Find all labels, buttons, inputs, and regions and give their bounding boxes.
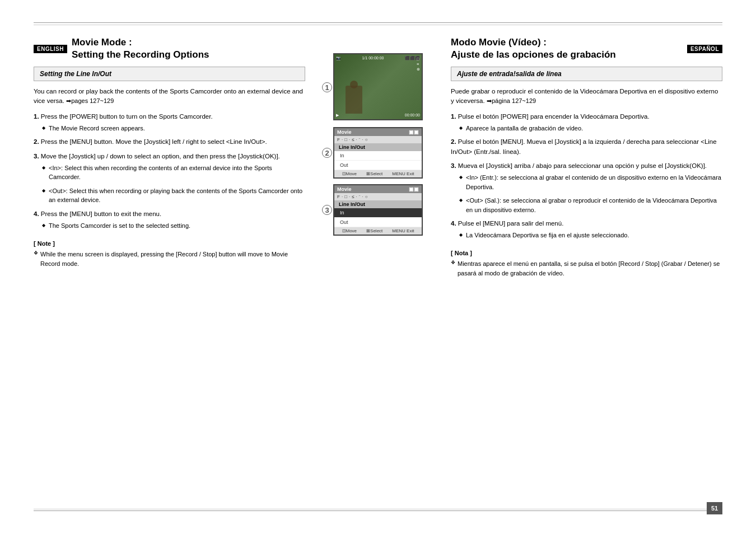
- step-3-en: 3. Move the [Joystick] up / down to sele…: [34, 152, 305, 205]
- english-note-text: While the menu screen is displayed, pres…: [34, 250, 305, 268]
- icon-1b: F: [337, 194, 340, 199]
- step-1-es: 1. Pulse el botón [POWER] para encender …: [451, 112, 722, 133]
- menu-footer-2: ⊡Move ⊠Select MENU Exit: [334, 170, 422, 177]
- menu-screen-2: Movie ▣▣ F · □ · ≤ · ¨ · ○ Line In/Ou: [333, 127, 423, 179]
- cam-timer: 00:00:00: [405, 113, 420, 118]
- footer-exit-3: MENU Exit: [392, 228, 414, 233]
- camera-screen: 📷 1/1 00:00:00 ⬛⬛⬛ □ ≡ ⊕: [333, 53, 423, 120]
- menu-icons-right-3: ▣▣: [409, 186, 419, 192]
- step-1-bullet-1-es: Aparece la pantalla de grabación de víde…: [459, 124, 722, 133]
- person-silhouette: [346, 86, 362, 114]
- screen-3-wrapper: 3 Movie ▣▣ F · □ · ≤ · ¨ ·: [333, 184, 423, 236]
- icon-1: F: [337, 137, 340, 142]
- icon-5b: ○: [365, 194, 368, 199]
- footer-select-2: ⊠Select: [366, 171, 382, 176]
- icon-sep-4b: ·: [362, 194, 363, 199]
- menu-item-in-3[interactable]: In: [334, 208, 422, 218]
- step-2-es: 2. Pulse el botón [MENU]. Mueva el [Joys…: [451, 137, 722, 157]
- step-3-es: 3. Mueva el [Joystick] arriba / abajo pa…: [451, 161, 722, 214]
- bottom-border-thin: [34, 509, 722, 509]
- menu-header-2: Movie ▣▣: [334, 128, 422, 136]
- icon-3: ≤: [352, 137, 354, 142]
- english-badge: ENGLISH: [34, 45, 67, 53]
- icon-3b: ≤: [352, 194, 354, 199]
- footer-exit-2: MENU Exit: [392, 171, 414, 176]
- menu-item-in-2[interactable]: In: [334, 151, 422, 161]
- page-number: 51: [707, 502, 722, 514]
- english-steps: 1. Press the [POWER] button to turn on t…: [34, 112, 305, 231]
- person-head: [350, 81, 358, 88]
- step-2-en: 2. Press the [MENU] button. Move the [Jo…: [34, 137, 305, 147]
- english-title: Movie Mode : Setting the Recording Optio…: [72, 36, 209, 61]
- cam-icon-2: ≡: [417, 62, 420, 66]
- icon-sep-4: ·: [362, 137, 363, 142]
- camera-view: 📷 1/1 00:00:00 ⬛⬛⬛ □ ≡ ⊕: [334, 54, 422, 119]
- bottom-border-thick: [34, 510, 722, 512]
- spanish-intro: Puede grabar o reproducir el contenido d…: [451, 87, 722, 106]
- center-screens: 1 📷 1/1 00:00:00 ⬛⬛⬛: [322, 36, 434, 498]
- english-column: ENGLISH Movie Mode : Setting the Recordi…: [34, 36, 311, 498]
- menu-section-title-3: Line In/Out: [334, 200, 422, 208]
- icon-2: □: [344, 137, 347, 142]
- screen-label-2: 2: [322, 148, 332, 158]
- top-border-thick: [34, 22, 722, 24]
- main-content: ENGLISH Movie Mode : Setting the Recordi…: [34, 36, 722, 498]
- step-4-en: 4. Press the [MENU] button to exit the m…: [34, 209, 305, 231]
- menu-icon-bar-2: F · □ · ≤ · ¨ · ○: [334, 136, 422, 143]
- footer-move-2: ⊡Move: [342, 171, 357, 176]
- spanish-title: Modo Movie (Vídeo) : Ajuste de las opcio…: [451, 36, 616, 61]
- spanish-note-text: Mientras aparece el menú en pantalla, si…: [451, 259, 722, 278]
- spanish-subsection: Ajuste de entrada!salida de línea: [451, 67, 722, 81]
- footer-select-3: ⊠Select: [366, 228, 382, 233]
- step-3-bullet-1-en: <In>: Select this when recording the con…: [42, 163, 305, 182]
- icon-4: ¨: [359, 137, 361, 142]
- bottom-borders: [34, 509, 722, 512]
- step-1-en: 1. Press the [POWER] button to turn on t…: [34, 112, 305, 133]
- icon-sep-3b: ·: [356, 194, 357, 199]
- cam-record-icon: 📷: [336, 56, 341, 60]
- menu-icon-bar-3: F · □ · ≤ · ¨ · ○: [334, 193, 422, 200]
- cam-icon-1: □: [417, 57, 420, 61]
- cam-timecode: 1/1 00:00:00: [362, 56, 384, 60]
- spanish-note: [ Nota ] Mientras aparece el menú en pan…: [451, 249, 722, 278]
- spanish-steps: 1. Pulse el botón [POWER] para encender …: [451, 112, 722, 240]
- english-header: ENGLISH Movie Mode : Setting the Recordi…: [34, 36, 305, 61]
- cam-icon-3: ⊕: [417, 67, 420, 72]
- icon-sep-1: ·: [342, 137, 343, 142]
- icon-5: ○: [365, 137, 368, 142]
- step-3-bullet-2-en: <Out>: Select this when recording or pla…: [42, 186, 305, 205]
- screen-label-1: 1: [322, 82, 332, 92]
- icon-sep-1b: ·: [342, 194, 343, 199]
- english-note: [ Note ] While the menu screen is displa…: [34, 239, 305, 269]
- english-subsection: Setting the Line In/Out: [34, 67, 305, 81]
- top-border-thin: [34, 25, 722, 25]
- screen-1-wrapper: 1 📷 1/1 00:00:00 ⬛⬛⬛: [333, 53, 423, 121]
- step-3-bullet-1-es: <In> (Entr.): se selecciona al grabar el…: [459, 173, 722, 191]
- menu-header-3: Movie ▣▣: [334, 185, 422, 193]
- icon-2b: □: [344, 194, 347, 199]
- menu-title-3: Movie: [337, 186, 352, 192]
- cam-top-bar: 📷 1/1 00:00:00 ⬛⬛⬛: [336, 56, 420, 60]
- step-4-es: 4. Pulse el [MENU] para salir del menú. …: [451, 219, 722, 240]
- step-1-bullet-1-en: The Movie Record screen appears.: [42, 124, 305, 133]
- cam-mode: ▶: [336, 113, 339, 118]
- step-4-bullet-1-en: The Sports Camcorder is set to the selec…: [42, 221, 305, 231]
- icon-sep-2b: ·: [349, 194, 350, 199]
- menu-item-out-2[interactable]: Out: [334, 161, 422, 170]
- cam-bottom-bar: ▶ 00:00:00: [336, 113, 420, 118]
- menu-title-2: Movie: [337, 129, 352, 135]
- spanish-badge: ESPAÑOL: [687, 45, 722, 53]
- page: ENGLISH Movie Mode : Setting the Recordi…: [0, 0, 756, 534]
- icon-sep-3: ·: [356, 137, 357, 142]
- menu-section-title-2: Line In/Out: [334, 143, 422, 151]
- spanish-column: Modo Movie (Vídeo) : Ajuste de las opcio…: [445, 36, 722, 498]
- step-4-bullet-1-es: La Videocámara Deportiva se fija en el a…: [459, 231, 722, 240]
- english-intro: You can record or play back the contents…: [34, 87, 305, 106]
- screen-label-3: 3: [322, 205, 332, 215]
- screen-2-wrapper: 2 Movie ▣▣ F · □ · ≤ · ¨ ·: [333, 127, 423, 179]
- menu-footer-3: ⊡Move ⊠Select MENU Exit: [334, 227, 422, 235]
- menu-item-out-3[interactable]: Out: [334, 218, 422, 227]
- menu-icons-right-2: ▣▣: [409, 129, 419, 135]
- footer-move-3: ⊡Move: [342, 228, 357, 233]
- menu-screen-3: Movie ▣▣ F · □ · ≤ · ¨ · ○ Line In/Ou: [333, 184, 423, 236]
